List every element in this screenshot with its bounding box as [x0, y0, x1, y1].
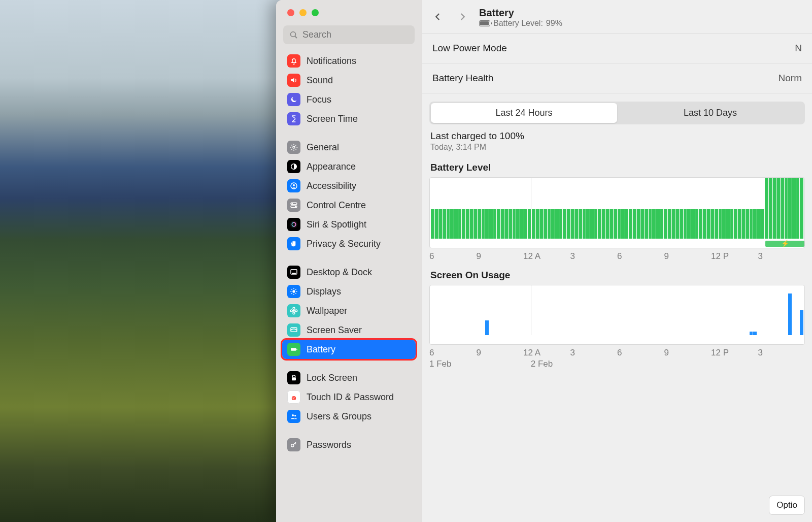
battery-icon — [479, 20, 490, 26]
sidebar-item-touch-id[interactable]: Touch ID & Password — [282, 387, 416, 407]
svg-point-8 — [291, 203, 293, 205]
svg-point-17 — [293, 307, 295, 309]
accessibility-icon — [287, 179, 300, 192]
lock-screen-icon — [287, 371, 300, 384]
svg-rect-24 — [292, 377, 296, 380]
svg-point-25 — [292, 414, 294, 416]
passwords-icon — [287, 438, 300, 451]
general-icon — [287, 141, 300, 154]
sidebar-item-label: Desktop & Dock — [307, 267, 372, 278]
sidebar-item-label: Battery — [307, 344, 335, 355]
row-battery-health[interactable]: Battery Health Norm — [422, 63, 812, 93]
svg-rect-22 — [291, 348, 296, 350]
sidebar-item-label: Control Centre — [307, 200, 366, 211]
svg-point-9 — [295, 206, 296, 208]
sidebar-item-label: Privacy & Security — [307, 239, 381, 249]
siri-icon — [287, 218, 300, 231]
axis-tick: 3 — [758, 348, 805, 358]
focus-icon — [287, 93, 300, 106]
row-label: Low Power Mode — [432, 43, 507, 54]
sidebar-item-users[interactable]: Users & Groups — [282, 407, 416, 426]
control-centre-icon — [287, 199, 300, 212]
page-title: Battery — [479, 7, 562, 19]
axis-tick: 6 — [429, 348, 477, 358]
svg-point-16 — [293, 310, 295, 312]
row-label: Battery Health — [432, 73, 493, 84]
sidebar-list: NotificationsSoundFocusScreen TimeGenera… — [276, 49, 422, 466]
sidebar-item-privacy[interactable]: Privacy & Security — [282, 234, 416, 253]
appearance-icon — [287, 160, 300, 173]
axis-tick: 12 A — [523, 348, 570, 358]
sidebar-item-accessibility[interactable]: Accessibility — [282, 176, 416, 195]
minimize-window-button[interactable] — [299, 9, 307, 16]
svg-point-5 — [293, 184, 295, 186]
axis-tick: 3 — [570, 251, 618, 262]
search-input[interactable] — [302, 29, 409, 40]
sidebar-item-control-centre[interactable]: Control Centre — [282, 195, 416, 215]
chevron-left-icon — [433, 11, 443, 23]
displays-icon — [287, 285, 300, 298]
svg-rect-14 — [292, 273, 296, 274]
sidebar-item-passwords[interactable]: Passwords — [282, 435, 416, 454]
sound-icon — [287, 74, 300, 87]
sidebar-item-label: Notifications — [307, 56, 356, 67]
segment-last-24h[interactable]: Last 24 Hours — [431, 103, 617, 123]
sidebar-item-label: General — [307, 142, 339, 153]
sidebar-item-wallpaper[interactable]: Wallpaper — [282, 301, 416, 320]
axis-tick: 6 — [429, 251, 477, 262]
content-header: Battery Battery Level: 99% — [422, 0, 812, 33]
section-title-battery-level: Battery Level — [422, 154, 812, 177]
sidebar-item-appearance[interactable]: Appearance — [282, 157, 416, 176]
sidebar-item-focus[interactable]: Focus — [282, 90, 416, 109]
close-window-button[interactable] — [287, 9, 294, 16]
last-charged-title: Last charged to 100% — [430, 130, 804, 142]
row-low-power-mode[interactable]: Low Power Mode N — [422, 34, 812, 63]
chevron-right-icon — [458, 11, 467, 23]
touch-id-icon — [287, 390, 300, 404]
axis-tick: 12 A — [523, 251, 570, 262]
time-range-segmented[interactable]: Last 24 Hours Last 10 Days — [429, 102, 805, 124]
sidebar-item-label: Wallpaper — [307, 306, 347, 316]
sidebar-item-label: Screen Saver — [307, 325, 362, 336]
svg-rect-23 — [296, 349, 297, 350]
sidebar-item-screen-time[interactable]: Screen Time — [282, 109, 416, 128]
options-button[interactable]: Optio — [769, 496, 805, 515]
sidebar-item-label: Appearance — [307, 161, 356, 172]
axis-tick: 9 — [477, 251, 524, 262]
axis-tick: 3 — [570, 348, 618, 358]
sidebar-item-label: Passwords — [307, 440, 351, 450]
sidebar-item-notifications[interactable]: Notifications — [282, 51, 416, 71]
sidebar-item-displays[interactable]: Displays — [282, 282, 416, 301]
axis-tick: 9 — [664, 251, 712, 262]
axis-tick: 1 Feb — [429, 359, 531, 369]
sidebar-item-general[interactable]: General — [282, 138, 416, 157]
axis-tick: 3 — [758, 251, 805, 262]
axis-tick: 2 Feb — [531, 359, 553, 369]
segment-last-10d[interactable]: Last 10 Days — [617, 103, 803, 123]
sidebar-item-lock-screen[interactable]: Lock Screen — [282, 368, 416, 387]
page-subtitle: Battery Level: 99% — [479, 19, 562, 28]
svg-point-18 — [293, 312, 295, 314]
content-pane: Battery Battery Level: 99% Low Power Mod… — [422, 0, 812, 522]
nav-back-button[interactable] — [430, 9, 446, 27]
sidebar-item-label: Focus — [307, 94, 331, 105]
axis-tick: 12 P — [711, 348, 758, 358]
sidebar-item-label: Screen Time — [307, 114, 358, 124]
sidebar-item-siri[interactable]: Siri & Spotlight — [282, 215, 416, 234]
screen-time-icon — [287, 112, 300, 125]
window-controls — [276, 0, 422, 16]
sidebar-item-desktop-dock[interactable]: Desktop & Dock — [282, 263, 416, 282]
sidebar-item-battery[interactable]: Battery — [282, 340, 416, 359]
svg-point-15 — [292, 290, 295, 292]
sidebar-item-screen-saver[interactable]: Screen Saver — [282, 320, 416, 340]
zoom-window-button[interactable] — [312, 9, 319, 16]
section-title-screen-on: Screen On Usage — [422, 262, 812, 285]
screen-on-chart — [429, 285, 805, 345]
axis-tick: 6 — [617, 251, 664, 262]
nav-forward-button[interactable] — [455, 9, 470, 27]
sidebar-item-sound[interactable]: Sound — [282, 71, 416, 90]
wallpaper-icon — [287, 304, 300, 317]
sidebar-search[interactable] — [283, 25, 415, 44]
battery-level-axis: 6912 A36912 P3 — [422, 248, 812, 262]
svg-point-26 — [294, 415, 296, 416]
